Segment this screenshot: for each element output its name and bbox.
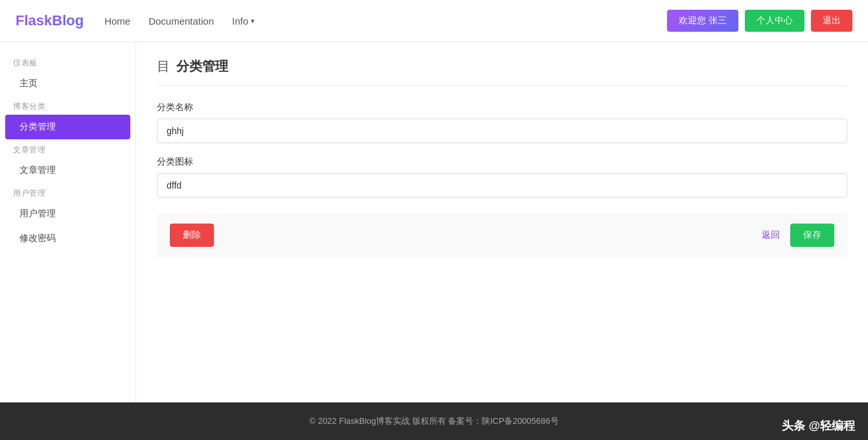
label-category-icon: 分类图标: [157, 156, 847, 168]
sidebar-item-category[interactable]: 分类管理: [5, 115, 130, 139]
logout-button[interactable]: 退出: [811, 10, 852, 32]
label-category-name: 分类名称: [157, 102, 847, 113]
input-category-icon[interactable]: [157, 173, 847, 198]
nav-info-label: Info: [232, 16, 248, 27]
sidebar-section-article: 文章管理: [0, 139, 135, 158]
layout: 仪表板 主页 博客分类 分类管理 文章管理 文章管理 用户管理 用户管理 修改密…: [0, 42, 868, 402]
main-content: 目 分类管理 分类名称 分类图标 删除 返回 保存: [136, 42, 868, 402]
sidebar-section-category: 博客分类: [0, 96, 135, 115]
page-icon: 目: [157, 58, 170, 75]
welcome-button[interactable]: 欢迎您 张三: [667, 10, 738, 32]
sidebar-section-dashboard: 仪表板: [0, 52, 135, 71]
form-actions: 删除 返回 保存: [157, 213, 847, 257]
footer-copyright: © 2022 FlaskBlog博客实战 版权所有 备案号：陕ICP备20005…: [309, 416, 559, 426]
nav-info-dropdown[interactable]: Info ▾: [232, 16, 255, 27]
back-button[interactable]: 返回: [762, 229, 780, 241]
form-group-name: 分类名称: [157, 102, 847, 143]
sidebar-section-user: 用户管理: [0, 183, 135, 202]
sidebar-item-password[interactable]: 修改密码: [0, 226, 135, 251]
save-button[interactable]: 保存: [790, 224, 834, 247]
input-category-name[interactable]: [157, 119, 847, 143]
form-actions-right: 返回 保存: [762, 224, 834, 247]
nav-links: Home Documentation Info ▾: [104, 16, 667, 27]
sidebar-item-user[interactable]: 用户管理: [0, 202, 135, 226]
page-header: 目 分类管理: [157, 58, 847, 86]
nav-docs[interactable]: Documentation: [148, 16, 214, 27]
sidebar-item-home[interactable]: 主页: [0, 71, 135, 96]
footer: © 2022 FlaskBlog博客实战 版权所有 备案号：陕ICP备20005…: [0, 402, 868, 440]
footer-watermark: 头条 @轻编程: [782, 418, 855, 434]
profile-button[interactable]: 个人中心: [745, 10, 804, 32]
brand-logo[interactable]: FlaskBlog: [16, 12, 84, 29]
chevron-down-icon: ▾: [251, 17, 255, 25]
page-title: 分类管理: [176, 58, 228, 75]
form-group-icon: 分类图标: [157, 156, 847, 198]
nav-home[interactable]: Home: [104, 16, 130, 27]
sidebar: 仪表板 主页 博客分类 分类管理 文章管理 文章管理 用户管理 用户管理 修改密…: [0, 42, 136, 402]
navbar-right: 欢迎您 张三 个人中心 退出: [667, 10, 852, 32]
navbar: FlaskBlog Home Documentation Info ▾ 欢迎您 …: [0, 0, 868, 42]
sidebar-item-article[interactable]: 文章管理: [0, 158, 135, 183]
delete-button[interactable]: 删除: [170, 224, 214, 247]
